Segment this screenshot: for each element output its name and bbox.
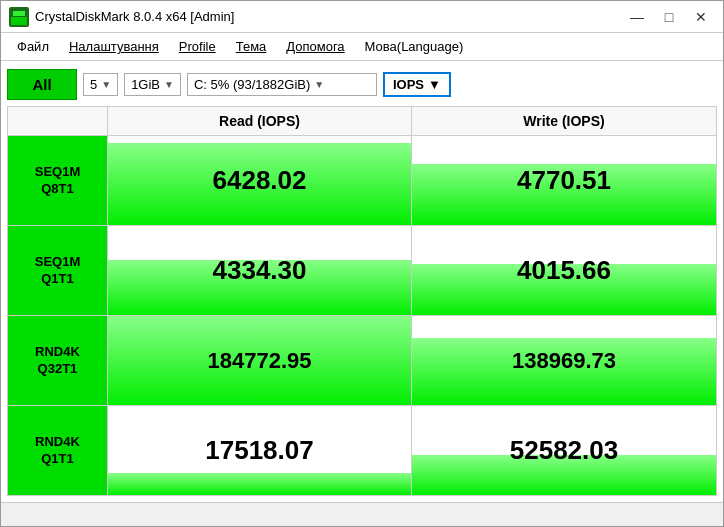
count-chevron: ▼ [101, 79, 111, 90]
row-write-rnd4k-q1t1: 52582.03 [412, 406, 716, 495]
read-value: 184772.95 [208, 348, 312, 374]
menu-profile[interactable]: Profile [171, 36, 224, 57]
table-row: SEQ1MQ8T1 6428.02 4770.51 [8, 136, 716, 226]
table-row: RND4KQ1T1 17518.07 52582.03 [8, 406, 716, 495]
row-read-seq1m-q1t1: 4334.30 [108, 226, 412, 315]
table-row: RND4KQ32T1 184772.95 138969.73 [8, 316, 716, 406]
row-label-rnd4k-q1t1: RND4KQ1T1 [8, 406, 108, 495]
write-value: 4015.66 [517, 255, 611, 286]
menu-settings[interactable]: Налаштування [61, 36, 167, 57]
header-empty [8, 107, 108, 135]
svg-rect-1 [11, 17, 27, 25]
read-value: 17518.07 [205, 435, 313, 466]
drive-select[interactable]: C: 5% (93/1882GiB) ▼ [187, 73, 377, 96]
row-write-seq1m-q8t1: 4770.51 [412, 136, 716, 225]
mode-chevron: ▼ [428, 77, 441, 92]
read-value: 6428.02 [213, 165, 307, 196]
menu-help[interactable]: Допомога [278, 36, 352, 57]
main-content: All 5 ▼ 1GiB ▼ C: 5% (93/1882GiB) ▼ IOPS… [1, 61, 723, 502]
drive-value: C: 5% (93/1882GiB) [194, 77, 310, 92]
title-bar-controls: — □ ✕ [623, 6, 715, 28]
window-title: CrystalDiskMark 8.0.4 x64 [Admin] [35, 9, 234, 24]
row-read-seq1m-q8t1: 6428.02 [108, 136, 412, 225]
row-read-rnd4k-q32t1: 184772.95 [108, 316, 412, 405]
close-button[interactable]: ✕ [687, 6, 715, 28]
menu-language[interactable]: Мова(Language) [357, 36, 472, 57]
row-label-rnd4k-q32t1: RND4KQ32T1 [8, 316, 108, 405]
row-read-rnd4k-q1t1: 17518.07 [108, 406, 412, 495]
app-icon [9, 7, 29, 27]
read-value: 4334.30 [213, 255, 307, 286]
svg-rect-2 [13, 11, 25, 16]
maximize-button[interactable]: □ [655, 6, 683, 28]
drive-chevron: ▼ [314, 79, 324, 90]
count-value: 5 [90, 77, 97, 92]
toolbar: All 5 ▼ 1GiB ▼ C: 5% (93/1882GiB) ▼ IOPS… [7, 67, 717, 102]
mode-select[interactable]: IOPS ▼ [383, 72, 451, 97]
write-value: 4770.51 [517, 165, 611, 196]
title-bar: CrystalDiskMark 8.0.4 x64 [Admin] — □ ✕ [1, 1, 723, 33]
size-value: 1GiB [131, 77, 160, 92]
size-select[interactable]: 1GiB ▼ [124, 73, 181, 96]
table-header: Read (IOPS) Write (IOPS) [8, 107, 716, 136]
write-value: 52582.03 [510, 435, 618, 466]
table-rows: SEQ1MQ8T1 6428.02 4770.51 SEQ1MQ1T1 [8, 136, 716, 495]
size-chevron: ▼ [164, 79, 174, 90]
header-write: Write (IOPS) [412, 107, 716, 135]
title-bar-left: CrystalDiskMark 8.0.4 x64 [Admin] [9, 7, 234, 27]
menu-file[interactable]: Файл [9, 36, 57, 57]
row-label-seq1m-q1t1: SEQ1MQ1T1 [8, 226, 108, 315]
main-window: CrystalDiskMark 8.0.4 x64 [Admin] — □ ✕ … [0, 0, 724, 527]
all-button[interactable]: All [7, 69, 77, 100]
minimize-button[interactable]: — [623, 6, 651, 28]
menu-theme[interactable]: Тема [228, 36, 275, 57]
row-label-seq1m-q8t1: SEQ1MQ8T1 [8, 136, 108, 225]
row-write-rnd4k-q32t1: 138969.73 [412, 316, 716, 405]
header-read: Read (IOPS) [108, 107, 412, 135]
menu-bar: Файл Налаштування Profile Тема Допомога … [1, 33, 723, 61]
results-table: Read (IOPS) Write (IOPS) SEQ1MQ8T1 6428.… [7, 106, 717, 496]
table-row: SEQ1MQ1T1 4334.30 4015.66 [8, 226, 716, 316]
status-bar [1, 502, 723, 526]
write-value: 138969.73 [512, 348, 616, 374]
row-write-seq1m-q1t1: 4015.66 [412, 226, 716, 315]
count-select[interactable]: 5 ▼ [83, 73, 118, 96]
mode-value: IOPS [393, 77, 424, 92]
